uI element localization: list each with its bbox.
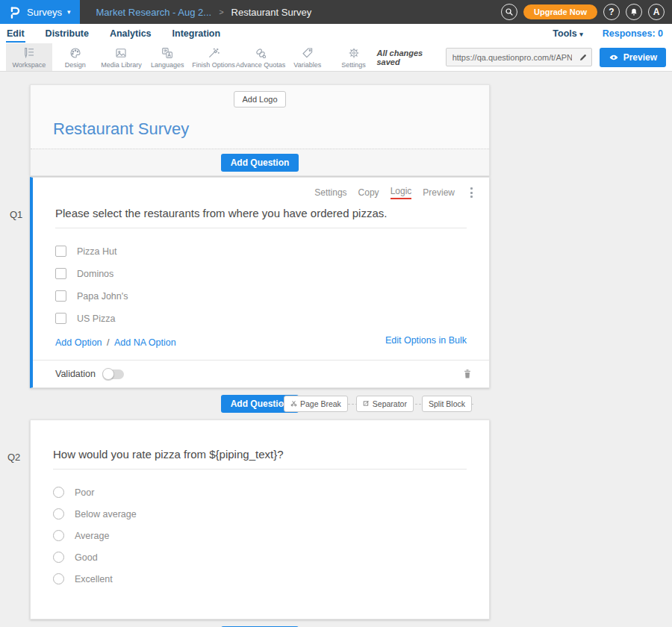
toolbar-item-media-library[interactable]: Media Library bbox=[99, 43, 145, 71]
add-question-button[interactable]: Add Question bbox=[221, 154, 299, 172]
edit-url-button[interactable] bbox=[575, 49, 591, 66]
kebab-menu-icon[interactable] bbox=[467, 186, 476, 199]
page-break-button[interactable]: Page Break bbox=[284, 396, 348, 412]
avatar: A bbox=[653, 7, 660, 17]
eye-icon bbox=[609, 52, 619, 63]
checkbox[interactable] bbox=[55, 268, 66, 279]
q2-options-list: Poor Below average Average Good Excellen… bbox=[53, 487, 467, 584]
q1-preview-link[interactable]: Preview bbox=[423, 187, 455, 198]
q1-copy-link[interactable]: Copy bbox=[358, 187, 379, 198]
question-card-q1: Q1 Settings Copy Logic Preview Please se… bbox=[30, 177, 490, 388]
add-option-link[interactable]: Add Option bbox=[55, 337, 102, 348]
q1-footer: Validation bbox=[33, 360, 489, 387]
survey-url-input[interactable] bbox=[447, 53, 575, 62]
breadcrumb-separator-icon: > bbox=[219, 7, 223, 16]
chevron-down-icon: ▾ bbox=[579, 31, 583, 38]
toolbar-item-settings[interactable]: Settings bbox=[331, 43, 377, 71]
preview-button[interactable]: Preview bbox=[600, 48, 666, 67]
gear-icon bbox=[347, 46, 361, 60]
toolbar-item-design[interactable]: Design bbox=[52, 43, 99, 71]
q1-options-list: Pizza Hut Dominos Papa John's US Pizza bbox=[55, 246, 467, 324]
image-icon bbox=[114, 46, 128, 60]
tab-integration[interactable]: Integration bbox=[172, 25, 222, 43]
magic-wand-icon bbox=[207, 46, 220, 60]
q1-option-row[interactable]: Dominos bbox=[55, 268, 467, 279]
insert-strip-1: Add Question Page Break Separator Split … bbox=[30, 388, 490, 419]
survey-title[interactable]: Restaurant Survey bbox=[53, 119, 489, 149]
tag-icon bbox=[301, 46, 314, 60]
help-icon: ? bbox=[609, 7, 614, 17]
q2-option-row[interactable]: Good bbox=[53, 552, 467, 563]
radio-button[interactable] bbox=[53, 508, 64, 520]
app-menu-surveys[interactable]: Surveys ▾ bbox=[0, 0, 80, 24]
search-button[interactable] bbox=[501, 4, 517, 20]
editor-toolbar: Workspace Design Media Library Languages… bbox=[0, 43, 672, 72]
toolbar-item-variables[interactable]: Variables bbox=[284, 43, 331, 71]
checkbox[interactable] bbox=[55, 290, 66, 302]
separator-button[interactable]: Separator bbox=[356, 396, 414, 412]
delete-question-icon[interactable] bbox=[462, 368, 473, 380]
q2-option-row[interactable]: Poor bbox=[53, 487, 467, 498]
translate-icon bbox=[161, 46, 174, 60]
link-separator: / bbox=[107, 337, 109, 348]
survey-url-box bbox=[446, 48, 592, 66]
tab-edit[interactable]: Edit bbox=[6, 25, 25, 43]
q1-option-row[interactable]: US Pizza bbox=[55, 313, 467, 324]
insert-strip-top: Add Question bbox=[31, 149, 489, 175]
upgrade-now-button[interactable]: Upgrade Now bbox=[523, 4, 597, 19]
scissors-icon bbox=[290, 400, 297, 407]
q1-option-links: Add Option / Add NA Option Edit Options … bbox=[55, 335, 467, 360]
survey-nav: Edit Distribute Analytics Integration To… bbox=[0, 24, 672, 43]
q1-option-row[interactable]: Pizza Hut bbox=[55, 246, 467, 257]
account-button[interactable]: A bbox=[648, 4, 665, 20]
breadcrumb: Market Research - Aug 2... > Restaurant … bbox=[96, 7, 312, 18]
tools-menu[interactable]: Tools ▾ bbox=[553, 28, 582, 39]
add-na-option-link[interactable]: Add NA Option bbox=[114, 337, 176, 348]
toolbar-item-workspace[interactable]: Workspace bbox=[6, 43, 52, 71]
validation-toggle[interactable] bbox=[103, 369, 124, 379]
search-icon bbox=[505, 7, 514, 16]
question-number-q1: Q1 bbox=[10, 209, 22, 220]
q2-option-row[interactable]: Below average bbox=[53, 508, 467, 520]
radio-button[interactable] bbox=[53, 487, 64, 498]
topbar-actions: Upgrade Now ? A bbox=[501, 4, 672, 20]
split-block-button[interactable]: Split Block bbox=[422, 396, 472, 412]
top-bar: Surveys ▾ Market Research - Aug 2... > R… bbox=[0, 0, 672, 24]
edit-options-in-bulk-link[interactable]: Edit Options in Bulk bbox=[385, 335, 467, 349]
q1-question-text[interactable]: Please select the restaurants from where… bbox=[55, 207, 467, 228]
breadcrumb-folder[interactable]: Market Research - Aug 2... bbox=[96, 7, 212, 18]
survey-canvas: Add Logo Restaurant Survey Add Question … bbox=[0, 72, 672, 627]
insert-strip-2: Add Question Page Break Separator bbox=[30, 620, 490, 627]
toolbar-item-languages[interactable]: Languages bbox=[144, 43, 190, 71]
app-menu-label: Surveys bbox=[27, 7, 62, 18]
checkbox[interactable] bbox=[55, 246, 66, 257]
q1-option-row[interactable]: Papa John's bbox=[55, 290, 467, 302]
questionpro-logo-icon bbox=[7, 5, 22, 19]
q2-option-row[interactable]: Average bbox=[53, 530, 467, 541]
radio-button[interactable] bbox=[53, 573, 64, 584]
radio-button[interactable] bbox=[53, 552, 64, 563]
q1-action-bar: Settings Copy Logic Preview bbox=[33, 178, 489, 199]
help-button[interactable]: ? bbox=[603, 4, 620, 20]
chevron-down-icon: ▾ bbox=[67, 8, 71, 16]
separator-icon bbox=[363, 400, 370, 407]
question-number-q2: Q2 bbox=[7, 452, 20, 463]
survey-header-card: Add Logo Restaurant Survey Add Question bbox=[30, 84, 490, 176]
tab-analytics[interactable]: Analytics bbox=[109, 25, 152, 43]
q1-logic-link[interactable]: Logic bbox=[391, 186, 412, 199]
q2-option-row[interactable]: Excellent bbox=[53, 573, 467, 584]
breadcrumb-current: Restaurant Survey bbox=[231, 7, 312, 18]
question-card-q2: Q2 How would you rate pizza from ${pipin… bbox=[30, 419, 490, 620]
notifications-button[interactable] bbox=[626, 4, 642, 20]
checkbox[interactable] bbox=[55, 313, 66, 324]
q1-settings-link[interactable]: Settings bbox=[314, 187, 346, 198]
workspace-icon bbox=[22, 46, 36, 60]
responses-count[interactable]: Responses: 0 bbox=[603, 28, 663, 39]
toolbar-item-finish-options[interactable]: Finish Options bbox=[190, 43, 237, 71]
radio-button[interactable] bbox=[53, 530, 64, 541]
q2-question-text[interactable]: How would you rate pizza from ${piping_t… bbox=[53, 448, 467, 470]
pencil-icon bbox=[579, 53, 588, 62]
add-logo-button[interactable]: Add Logo bbox=[234, 91, 285, 107]
toolbar-item-advance-quotas[interactable]: Advance Quotas bbox=[237, 43, 284, 71]
tab-distribute[interactable]: Distribute bbox=[45, 25, 90, 43]
